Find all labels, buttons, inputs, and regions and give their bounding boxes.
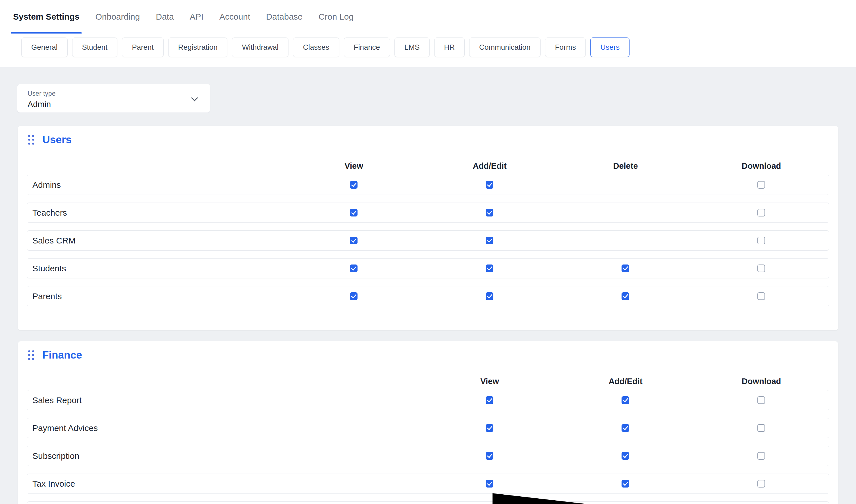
column-header-view: View [286,161,422,171]
delete-checkbox[interactable] [622,292,629,300]
add-edit-checkbox[interactable] [486,209,493,216]
download-checkbox[interactable] [757,181,765,188]
add-edit-checkbox[interactable] [622,396,629,404]
subtab-registration[interactable]: Registration [168,37,228,57]
drag-handle-icon[interactable] [27,134,35,145]
subtab-users[interactable]: Users [590,37,629,57]
view-checkbox[interactable] [350,265,358,272]
table-row: Payment Advices [27,418,829,438]
permissions-header-row: View Add/Edit Download [27,369,829,390]
column-header-add-edit: Add/Edit [422,161,558,171]
view-checkbox[interactable] [350,209,358,216]
subtab-hr[interactable]: HR [434,37,465,57]
view-checkbox[interactable] [350,181,358,188]
users-permissions-card: Users View Add/Edit Delete Download Admi… [18,126,838,330]
subtab-withdrawal[interactable]: Withdrawal [232,37,288,57]
table-row: Tax Invoice [27,473,829,494]
download-checkbox[interactable] [757,265,765,272]
user-type-label: User type [28,90,200,97]
table-row: Sales CRM [27,230,829,251]
column-header-delete: Delete [558,161,693,171]
add-edit-checkbox[interactable] [486,237,493,244]
permission-row-label: Students [32,264,286,273]
add-edit-checkbox[interactable] [486,181,493,188]
finance-card-header: Finance [18,341,838,369]
nav-tab-api[interactable]: API [190,0,203,34]
nav-tab-account[interactable]: Account [219,0,250,34]
subtab-classes[interactable]: Classes [293,37,339,57]
subtab-forms[interactable]: Forms [545,37,586,57]
table-row [27,501,829,504]
permission-row-label: Subscription [32,451,286,461]
add-edit-checkbox[interactable] [622,452,629,460]
nav-tab-cron-log[interactable]: Cron Log [319,0,354,34]
user-type-value: Admin [28,100,200,109]
view-checkbox[interactable] [350,237,358,244]
section-title-users: Users [42,134,72,146]
download-checkbox[interactable] [757,480,765,487]
add-edit-checkbox[interactable] [486,265,493,272]
permission-row-label: Teachers [32,208,286,218]
permission-row-label: Sales CRM [32,236,286,246]
table-row: Teachers [27,202,829,223]
add-edit-checkbox[interactable] [622,424,629,432]
column-header-view: View [422,377,558,386]
drag-handle-icon[interactable] [27,349,35,361]
nav-tab-onboarding[interactable]: Onboarding [95,0,140,34]
table-row: Sales Report [27,390,829,410]
nav-tab-data[interactable]: Data [156,0,174,34]
section-title-finance: Finance [42,349,82,361]
download-checkbox[interactable] [757,237,765,244]
permission-row-label: Payment Advices [32,423,286,433]
table-row: Parents [27,286,829,306]
subtab-parent[interactable]: Parent [122,37,164,57]
main-nav: System Settings Onboarding Data API Acco… [0,0,856,34]
view-checkbox[interactable] [486,396,493,404]
subtab-lms[interactable]: LMS [394,37,429,57]
view-checkbox[interactable] [486,452,493,460]
download-checkbox[interactable] [757,396,765,404]
view-checkbox[interactable] [350,292,358,300]
subtab-communication[interactable]: Communication [469,37,540,57]
permissions-header-row: View Add/Edit Delete Download [27,154,829,175]
finance-permissions-table: View Add/Edit Download Sales Report Paym… [18,369,838,504]
table-row: Students [27,258,829,278]
subtab-general[interactable]: General [21,37,68,57]
subtab-finance[interactable]: Finance [344,37,390,57]
settings-subtabs: General Student Parent Registration With… [0,34,856,67]
download-checkbox[interactable] [757,452,765,460]
add-edit-checkbox[interactable] [486,292,493,300]
users-permissions-table: View Add/Edit Delete Download Admins Tea… [18,154,838,330]
table-row: Admins [27,175,829,195]
permission-row-label: Sales Report [32,395,286,405]
download-checkbox[interactable] [757,424,765,432]
download-checkbox[interactable] [757,209,765,216]
users-card-header: Users [18,126,838,154]
finance-permissions-card: Finance View Add/Edit Download Sales Rep… [18,341,838,504]
subtab-student[interactable]: Student [72,37,118,57]
download-checkbox[interactable] [757,292,765,300]
nav-tab-database[interactable]: Database [266,0,302,34]
user-type-select[interactable]: User type Admin [17,84,210,113]
top-header: System Settings Onboarding Data API Acco… [0,0,856,67]
permission-row-label: Tax Invoice [32,479,286,489]
column-header-add-edit: Add/Edit [558,377,693,386]
permission-row-label: Admins [32,180,286,190]
view-checkbox[interactable] [486,424,493,432]
permission-row-label: Parents [32,291,286,301]
nav-tab-system-settings[interactable]: System Settings [13,0,79,34]
view-checkbox[interactable] [486,480,493,487]
column-header-download: Download [693,161,829,171]
table-row: Subscription [27,446,829,466]
column-header-download: Download [693,377,829,386]
add-edit-checkbox[interactable] [622,480,629,487]
delete-checkbox[interactable] [622,265,629,272]
